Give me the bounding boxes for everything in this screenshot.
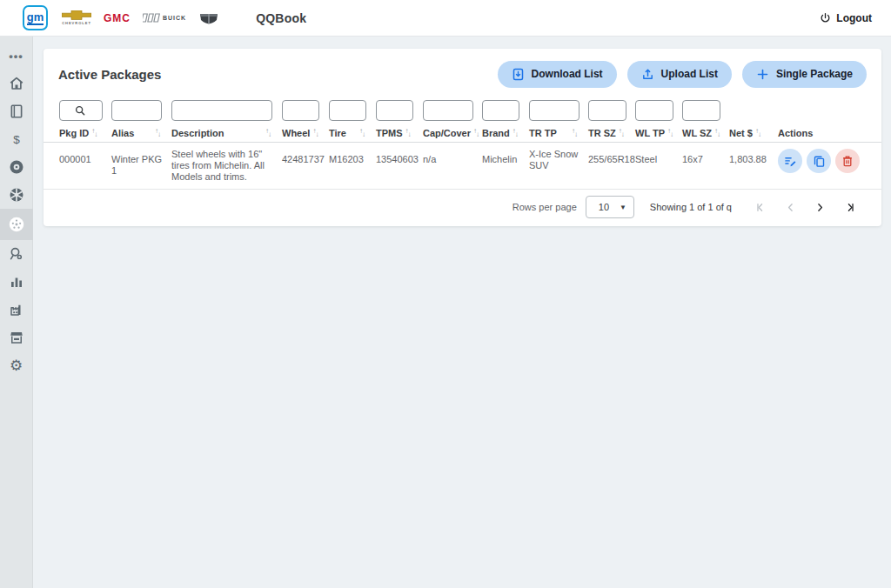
gmc-logo: GMC [104,12,131,24]
previous-page-button[interactable] [775,196,805,218]
single-package-button[interactable]: Single Package [742,61,867,88]
single-package-label: Single Package [776,68,853,80]
filter-cap-cover-input[interactable] [423,100,473,121]
brand-logos: CHEVROLET GMC BUICK [62,10,219,25]
top-bar: gm CHEVROLET GMC BUICK QQBook Logout [0,0,891,37]
sort-icon[interactable]: ↑↓ [512,130,519,137]
sidebar-item-alloy-wheels[interactable] [0,181,33,209]
col-header-description[interactable]: Description↑↓ [171,128,282,138]
cell-description: Steel wheels with 16" tires from Micheli… [171,149,282,183]
filter-description-input[interactable] [171,100,272,121]
sidebar-item-tires[interactable] [0,153,33,181]
filter-tire-input[interactable] [329,100,366,121]
buick-logo: BUICK [143,13,186,23]
sidebar-item-settings[interactable]: ⚙ [0,351,33,379]
filter-wl-sz-input[interactable] [682,100,720,121]
col-header-cap-cover[interactable]: Cap/Cover↑↓ [423,128,482,138]
filter-wheel-input[interactable] [282,100,319,121]
col-header-net[interactable]: Net $↑↓ [729,128,778,138]
cell-pkg-id: 000001 [59,149,111,165]
col-header-tpms[interactable]: TPMS↑↓ [376,128,423,138]
filter-brand-input[interactable] [482,100,519,121]
table-row: 000001 Winter PKG 1 Steel wheels with 16… [44,143,881,190]
cell-tr-sz: 255/65R18 [588,149,635,165]
copy-icon [813,155,826,168]
sidebar-item-catalog[interactable] [0,97,33,125]
sort-icon[interactable]: ↑↓ [473,130,479,137]
sidebar-item-inspect[interactable] [0,240,33,268]
sort-icon[interactable]: ↑↓ [619,130,625,137]
sidebar-item-more[interactable]: ••• [0,42,33,70]
upload-list-button[interactable]: Upload List [627,61,732,88]
col-header-brand[interactable]: Brand↑↓ [482,128,529,138]
sort-icon[interactable]: ↑↓ [155,130,161,137]
delete-package-button[interactable] [835,149,860,173]
chevron-down-icon: ▼ [620,204,626,211]
sort-icon[interactable]: ↑↓ [572,130,578,137]
cell-brand: Michelin [482,149,529,165]
factory-icon [9,302,24,317]
next-page-button[interactable] [805,196,834,218]
col-header-tire[interactable]: Tire↑↓ [329,128,376,138]
rows-per-page-select[interactable]: 10 ▼ [586,196,634,218]
first-page-button[interactable] [746,196,775,218]
alloy-wheel-icon [8,186,25,204]
cell-actions [778,149,881,173]
chevron-right-icon [814,202,826,213]
sort-icon[interactable]: ↑↓ [359,130,365,137]
pagination-bar: Rows per page 10 ▼ Showing 1 of 1 of q [44,190,881,224]
upload-icon [641,68,654,81]
col-header-tr-tp[interactable]: TR TP↑↓ [529,128,588,138]
cell-cap-cover: n/a [423,149,482,165]
filter-tr-sz-input[interactable] [588,100,626,121]
tire-icon [8,158,25,176]
filter-pkg-id-input[interactable] [59,100,103,121]
filter-tpms-input[interactable] [376,100,413,121]
gm-logo: gm [23,5,48,30]
filter-wl-tp-input[interactable] [635,100,673,121]
chevrolet-logo: CHEVROLET [62,10,91,25]
buick-shields-icon [143,13,160,23]
chevron-left-icon [785,202,796,213]
sidebar-item-dealers[interactable] [0,324,33,351]
sidebar-item-reports[interactable] [0,268,33,296]
toolbar: Download List Upload List Single Package [498,61,867,88]
edit-package-button[interactable] [778,149,802,173]
col-header-alias[interactable]: Alias↑↓ [111,128,171,138]
card-header: Active Packages Download List Upload Lis… [44,49,881,87]
sort-icon[interactable]: ↑↓ [405,130,412,137]
sort-icon[interactable]: ↑↓ [265,130,271,137]
sidebar-item-wheel-packages[interactable] [0,209,33,240]
packages-table: Pkg ID↑↓ Alias↑↓ Description↑↓ Wheel↑↓ T… [44,97,881,224]
logout-button[interactable]: Logout [820,12,872,24]
sort-icon[interactable]: ↑↓ [755,130,761,137]
col-header-tr-sz[interactable]: TR SZ↑↓ [588,128,635,138]
filter-alias-input[interactable] [111,100,162,121]
cell-wl-tp: Steel [635,149,682,165]
col-header-wl-sz[interactable]: WL SZ↑↓ [682,128,729,138]
sort-icon[interactable]: ↑↓ [714,130,720,137]
last-page-button[interactable] [834,196,864,218]
trash-icon [841,155,854,167]
download-list-button[interactable]: Download List [498,61,617,88]
copy-package-button[interactable] [807,149,831,173]
dollar-icon: $ [9,131,24,147]
sidebar-item-manufacturers[interactable] [0,296,33,324]
sidebar-item-pricing[interactable]: $ [0,125,33,153]
col-header-wl-tp[interactable]: WL TP↑↓ [635,128,682,138]
book-icon [9,104,24,119]
sidebar-nav: ••• $ ⚙ [0,37,33,588]
sort-icon[interactable]: ↑↓ [667,130,673,137]
sort-icon[interactable]: ↑↓ [312,130,318,137]
download-file-icon [512,68,525,81]
logout-label: Logout [836,12,872,24]
col-header-wheel[interactable]: Wheel↑↓ [282,128,329,138]
col-header-pkg-id[interactable]: Pkg ID↑↓ [59,128,111,138]
cell-tpms: 13540603 [376,149,423,165]
sidebar-item-home[interactable] [0,70,33,97]
filter-tr-tp-input[interactable] [529,100,579,121]
sort-icon[interactable]: ↑↓ [91,130,97,137]
cell-net: 1,803.88 [729,149,778,165]
svg-text:$: $ [13,133,20,146]
table-filter-row [44,97,881,124]
